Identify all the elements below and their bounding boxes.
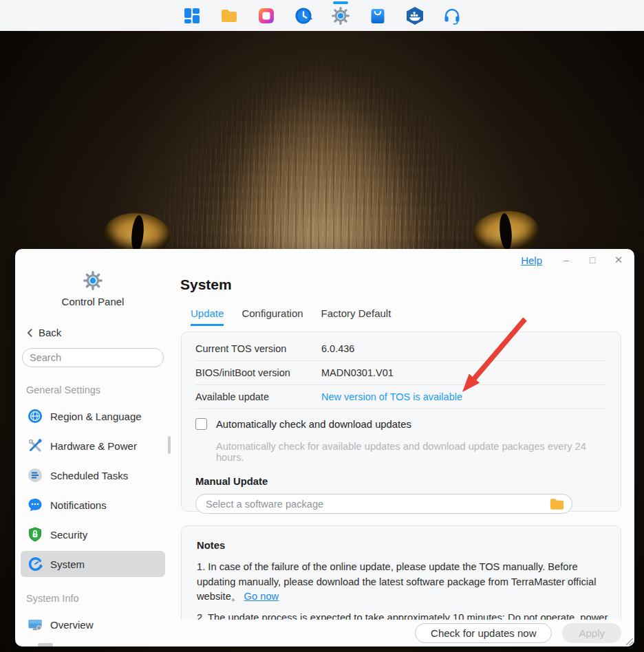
tiles-icon[interactable] <box>182 6 202 25</box>
update-card: Current TOS version 6.0.436 BIOS/initBoo… <box>181 332 621 512</box>
chat-bubble-icon <box>28 497 43 512</box>
control-panel-logo-gear-icon <box>15 270 171 294</box>
main-content: System Update Configuration Factory Defa… <box>180 249 634 646</box>
docker-icon[interactable] <box>405 6 425 25</box>
section-general-settings: General Settings <box>26 384 100 395</box>
row-bios-version: BIOS/initBoot version MADN0301.V01 <box>195 361 607 385</box>
control-panel-gear-icon[interactable] <box>331 6 350 25</box>
sidebar-item-label: Scheduled Tasks <box>50 470 128 481</box>
sidebar-item-security[interactable]: Security <box>21 521 165 547</box>
row-available-update: Available update New version of TOS is a… <box>195 385 607 409</box>
next-sidebar-item-peek <box>38 643 53 646</box>
row-label: BIOS/initBoot version <box>195 367 321 378</box>
shield-lock-icon <box>28 527 43 542</box>
chevron-left-icon <box>27 328 33 338</box>
file-manager-icon[interactable] <box>219 6 239 25</box>
tab-update[interactable]: Update <box>191 307 224 326</box>
tools-icon <box>28 438 43 453</box>
tab-bar: Update Configuration Factory Default <box>191 307 391 326</box>
search-input[interactable] <box>30 352 158 363</box>
sidebar: Control Panel Back General Settings Regi… <box>15 249 171 646</box>
minimize-icon[interactable]: – <box>553 254 579 265</box>
window-header: Help – □ ✕ <box>521 254 632 266</box>
sidebar-item-region-language[interactable]: Region & Language <box>21 403 165 429</box>
auto-update-description: Automatically check for available update… <box>216 441 607 463</box>
search-box[interactable] <box>22 348 164 367</box>
row-value: 6.0.436 <box>321 343 354 354</box>
row-current-tos-version: Current TOS version 6.0.436 <box>195 337 607 361</box>
system-arc-icon <box>28 556 43 572</box>
footer-bar: Check for updates now Apply <box>180 620 634 646</box>
page-title: System <box>180 276 232 293</box>
sidebar-item-label: Security <box>50 529 87 541</box>
auto-update-checkbox[interactable] <box>195 418 207 430</box>
sidebar-item-overview[interactable]: Overview <box>21 611 165 638</box>
manual-update-label: Manual Update <box>195 476 607 487</box>
sidebar-item-system[interactable]: System <box>21 551 165 577</box>
tab-configuration[interactable]: Configuration <box>242 307 303 326</box>
monitor-icon <box>28 617 43 632</box>
globe-icon <box>28 409 43 424</box>
window-resize-grip[interactable] <box>623 635 634 646</box>
row-label: Available update <box>195 391 321 402</box>
folder-icon[interactable] <box>550 498 564 510</box>
section-system-info: System Info <box>26 593 79 604</box>
sidebar-item-hardware-power[interactable]: Hardware & Power <box>21 433 165 459</box>
auto-update-row: Automatically check and download updates <box>195 418 607 430</box>
app-gallery-icon[interactable] <box>257 6 276 25</box>
sidebar-scrollbar-thumb[interactable] <box>168 436 171 454</box>
check-for-updates-button[interactable]: Check for updates now <box>415 623 552 643</box>
close-icon[interactable]: ✕ <box>605 254 632 266</box>
help-link[interactable]: Help <box>521 254 542 266</box>
sidebar-item-label: System <box>50 558 85 570</box>
notes-title: Notes <box>197 540 605 551</box>
row-value: MADN0301.V01 <box>321 367 394 378</box>
go-now-link[interactable]: Go now <box>244 591 279 602</box>
backup-clock-icon[interactable] <box>294 6 313 25</box>
new-version-link[interactable]: New version of TOS is available <box>321 391 462 402</box>
software-package-placeholder: Select a software package <box>206 499 323 510</box>
note-1: 1. In case of the failure of the online … <box>197 560 608 605</box>
sidebar-item-notifications[interactable]: Notifications <box>21 492 165 518</box>
sidebar-item-label: Region & Language <box>50 411 142 422</box>
sidebar-item-label: Overview <box>50 619 94 631</box>
back-button[interactable]: Back <box>27 327 61 338</box>
active-app-indicator <box>333 1 348 4</box>
auto-update-label: Automatically check and download updates <box>216 419 411 430</box>
sidebar-item-scheduled-tasks[interactable]: Scheduled Tasks <box>21 462 165 488</box>
row-label: Current TOS version <box>195 343 321 354</box>
app-title: Control Panel <box>15 296 171 307</box>
tab-factory-default[interactable]: Factory Default <box>321 307 391 326</box>
taskbar <box>0 0 644 31</box>
maximize-icon[interactable]: □ <box>579 254 605 265</box>
back-label: Back <box>39 327 61 338</box>
remote-support-headset-icon[interactable] <box>442 6 462 25</box>
app-center-bag-icon[interactable] <box>368 6 387 25</box>
sidebar-item-label: Hardware & Power <box>50 440 137 452</box>
software-package-input[interactable]: Select a software package <box>195 494 572 514</box>
sidebar-item-label: Notifications <box>50 499 107 511</box>
control-panel-window: Help – □ ✕ Control Panel Back General Se… <box>15 249 634 646</box>
task-list-icon <box>28 468 43 483</box>
apply-button[interactable]: Apply <box>562 623 621 643</box>
